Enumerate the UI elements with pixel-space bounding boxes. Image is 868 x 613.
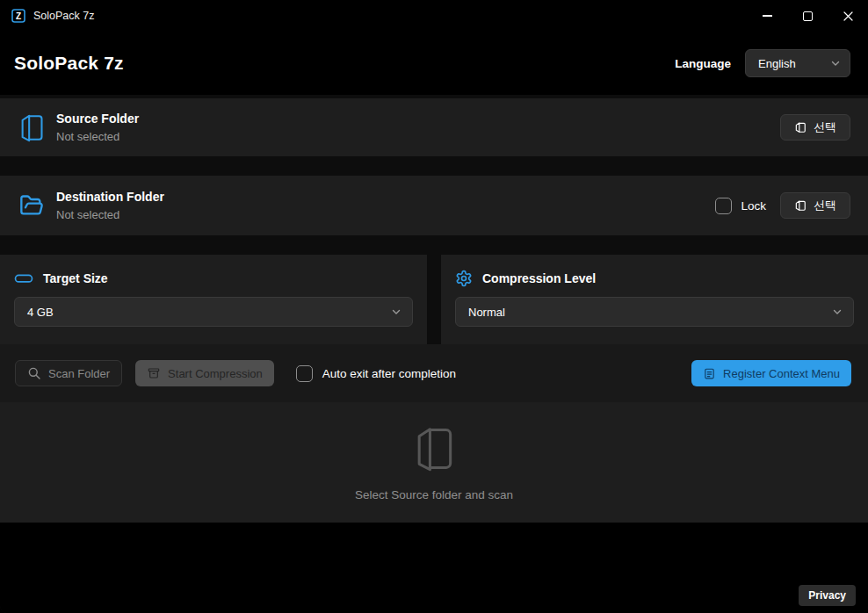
start-compression-button[interactable]: Start Compression — [135, 360, 274, 386]
register-context-menu-label: Register Context Menu — [723, 367, 840, 380]
svg-text:Z: Z — [16, 11, 21, 21]
app-logo-icon: Z — [11, 9, 25, 23]
target-size-header: Target Size — [14, 268, 413, 289]
minimize-icon — [763, 15, 772, 16]
destination-select-button[interactable]: 선택 — [780, 192, 850, 219]
source-folder-section: Source Folder Not selected 선택 — [0, 98, 868, 156]
destination-folder-icon-wrap — [18, 193, 56, 218]
compression-level-value: Normal — [468, 306, 505, 319]
lock-option: Lock — [715, 198, 766, 214]
header: SoloPack 7z Language English — [0, 32, 868, 95]
language-label: Language — [675, 57, 731, 70]
page-title: SoloPack 7z — [14, 53, 124, 74]
footer: Privacy — [0, 523, 868, 613]
archive-icon — [147, 366, 161, 380]
folder-icon — [794, 121, 807, 133]
scan-folder-label: Scan Folder — [48, 367, 110, 380]
destination-folder-status: Not selected — [56, 208, 164, 221]
auto-exit-label: Auto exit after completion — [322, 367, 456, 380]
empty-state: Select Source folder and scan — [0, 402, 868, 523]
lock-checkbox[interactable] — [715, 198, 732, 214]
titlebar: Z SoloPack 7z — [0, 0, 868, 32]
close-icon — [843, 11, 853, 21]
close-button[interactable] — [828, 0, 868, 32]
options-panels: Target Size 4 GB Compression Level Norma… — [0, 255, 868, 344]
source-folder-icon — [18, 112, 46, 143]
titlebar-left: Z SoloPack 7z — [0, 9, 94, 23]
destination-select-label: 선택 — [814, 198, 836, 213]
target-size-panel: Target Size 4 GB — [0, 255, 427, 344]
chevron-down-icon — [391, 306, 401, 317]
compression-level-header: Compression Level — [455, 268, 854, 289]
section-gap — [0, 235, 868, 255]
privacy-button[interactable]: Privacy — [799, 585, 856, 606]
search-icon — [27, 366, 41, 380]
maximize-icon — [803, 11, 813, 21]
scan-folder-button[interactable]: Scan Folder — [15, 360, 122, 386]
empty-state-message: Select Source folder and scan — [355, 488, 513, 501]
destination-folder-icon — [18, 193, 46, 218]
source-select-label: 선택 — [814, 119, 836, 135]
actions-bar: Scan Folder Start Compression Auto exit … — [0, 344, 868, 402]
register-context-menu-button[interactable]: Register Context Menu — [691, 360, 851, 386]
target-size-label: Target Size — [43, 271, 108, 285]
compression-level-dropdown[interactable]: Normal — [455, 297, 854, 327]
chevron-down-icon — [832, 306, 843, 317]
gear-icon — [455, 270, 473, 287]
target-size-dropdown[interactable]: 4 GB — [14, 297, 413, 327]
destination-folder-section: Destination Folder Not selected Lock 선택 — [0, 176, 868, 235]
minimize-button[interactable] — [747, 0, 787, 32]
empty-folder-icon — [411, 424, 457, 473]
destination-folder-text: Destination Folder Not selected — [56, 190, 164, 221]
compression-level-panel: Compression Level Normal — [441, 255, 868, 344]
destination-folder-label: Destination Folder — [56, 190, 164, 204]
start-compression-label: Start Compression — [168, 367, 263, 380]
context-menu-icon — [703, 367, 716, 380]
chevron-down-icon — [830, 58, 841, 69]
source-folder-text: Source Folder Not selected — [56, 112, 139, 143]
auto-exit-checkbox[interactable] — [296, 365, 313, 382]
maximize-button[interactable] — [787, 0, 828, 32]
language-dropdown[interactable]: English — [745, 49, 850, 77]
target-size-value: 4 GB — [27, 306, 54, 319]
source-folder-status: Not selected — [56, 130, 139, 143]
window-title: SoloPack 7z — [33, 10, 94, 22]
language-value: English — [758, 57, 796, 70]
app-window: Z SoloPack 7z SoloPack 7z Language Engli… — [0, 0, 868, 613]
auto-exit-option: Auto exit after completion — [296, 365, 456, 382]
lock-label: Lock — [741, 199, 766, 213]
section-gap — [0, 156, 868, 176]
source-folder-label: Source Folder — [56, 112, 139, 126]
folder-icon — [794, 199, 807, 212]
target-size-icon — [14, 269, 33, 288]
compression-level-label: Compression Level — [482, 271, 596, 285]
source-folder-icon-wrap — [18, 112, 56, 143]
source-select-button[interactable]: 선택 — [780, 114, 850, 141]
